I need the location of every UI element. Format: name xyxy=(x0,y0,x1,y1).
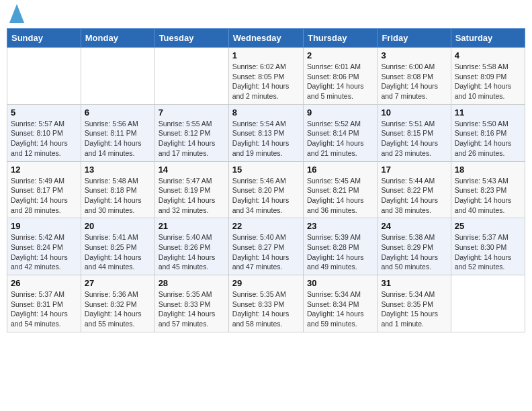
day-cell: 21Sunrise: 5:40 AM Sunset: 8:26 PM Dayli… xyxy=(154,218,228,275)
day-info: Sunrise: 5:37 AM Sunset: 8:31 PM Dayligh… xyxy=(11,289,77,329)
day-cell xyxy=(7,48,81,105)
day-number: 2 xyxy=(307,50,373,60)
day-cell: 23Sunrise: 5:39 AM Sunset: 8:28 PM Dayli… xyxy=(303,218,377,275)
day-info: Sunrise: 5:42 AM Sunset: 8:24 PM Dayligh… xyxy=(11,232,77,272)
day-number: 24 xyxy=(381,221,447,231)
day-number: 19 xyxy=(11,221,77,231)
day-cell: 1Sunrise: 6:02 AM Sunset: 8:05 PM Daylig… xyxy=(228,48,303,105)
day-info: Sunrise: 5:57 AM Sunset: 8:10 PM Dayligh… xyxy=(11,119,77,158)
day-cell xyxy=(154,48,228,105)
page-header xyxy=(7,7,525,24)
day-info: Sunrise: 5:51 AM Sunset: 8:15 PM Dayligh… xyxy=(381,119,447,158)
day-info: Sunrise: 5:46 AM Sunset: 8:20 PM Dayligh… xyxy=(232,176,300,216)
day-info: Sunrise: 5:41 AM Sunset: 8:25 PM Dayligh… xyxy=(85,232,151,272)
day-info: Sunrise: 5:44 AM Sunset: 8:22 PM Dayligh… xyxy=(381,176,447,216)
day-number: 4 xyxy=(455,50,521,60)
day-info: Sunrise: 5:37 AM Sunset: 8:30 PM Dayligh… xyxy=(455,232,521,272)
day-number: 14 xyxy=(159,165,225,175)
logo-icon xyxy=(9,4,24,24)
day-cell: 18Sunrise: 5:43 AM Sunset: 8:23 PM Dayli… xyxy=(451,161,525,218)
day-cell: 12Sunrise: 5:49 AM Sunset: 8:17 PM Dayli… xyxy=(7,161,81,218)
week-row-4: 19Sunrise: 5:42 AM Sunset: 8:24 PM Dayli… xyxy=(7,218,525,275)
day-info: Sunrise: 5:45 AM Sunset: 8:21 PM Dayligh… xyxy=(307,176,373,216)
day-info: Sunrise: 5:56 AM Sunset: 8:11 PM Dayligh… xyxy=(85,119,151,158)
week-row-1: 1Sunrise: 6:02 AM Sunset: 8:05 PM Daylig… xyxy=(7,48,525,105)
day-cell: 10Sunrise: 5:51 AM Sunset: 8:15 PM Dayli… xyxy=(378,104,451,161)
day-number: 8 xyxy=(232,107,300,118)
weekday-header-wednesday: Wednesday xyxy=(228,29,303,48)
day-number: 9 xyxy=(307,107,373,118)
day-cell: 14Sunrise: 5:47 AM Sunset: 8:19 PM Dayli… xyxy=(154,161,228,218)
day-number: 26 xyxy=(11,278,77,288)
day-info: Sunrise: 5:40 AM Sunset: 8:26 PM Dayligh… xyxy=(159,232,225,272)
day-info: Sunrise: 5:55 AM Sunset: 8:12 PM Dayligh… xyxy=(159,119,225,158)
day-cell: 28Sunrise: 5:35 AM Sunset: 8:33 PM Dayli… xyxy=(154,275,228,332)
day-cell: 2Sunrise: 6:01 AM Sunset: 8:06 PM Daylig… xyxy=(303,48,377,105)
day-cell: 3Sunrise: 6:00 AM Sunset: 8:08 PM Daylig… xyxy=(378,48,451,105)
day-number: 7 xyxy=(159,107,225,118)
day-info: Sunrise: 5:35 AM Sunset: 8:33 PM Dayligh… xyxy=(232,289,300,329)
day-number: 17 xyxy=(381,165,447,175)
day-number: 18 xyxy=(455,165,521,175)
day-cell: 8Sunrise: 5:54 AM Sunset: 8:13 PM Daylig… xyxy=(228,104,303,161)
day-cell: 7Sunrise: 5:55 AM Sunset: 8:12 PM Daylig… xyxy=(154,104,228,161)
logo xyxy=(7,7,24,24)
day-number: 3 xyxy=(381,50,447,60)
weekday-header-row: SundayMondayTuesdayWednesdayThursdayFrid… xyxy=(7,29,525,48)
calendar-table: SundayMondayTuesdayWednesdayThursdayFrid… xyxy=(7,28,525,332)
day-cell xyxy=(81,48,154,105)
day-number: 28 xyxy=(159,278,225,288)
weekday-header-sunday: Sunday xyxy=(7,29,81,48)
day-info: Sunrise: 6:02 AM Sunset: 8:05 PM Dayligh… xyxy=(232,62,300,101)
day-number: 15 xyxy=(232,165,300,175)
day-cell: 31Sunrise: 5:34 AM Sunset: 8:35 PM Dayli… xyxy=(378,275,451,332)
weekday-header-monday: Monday xyxy=(81,29,154,48)
day-cell: 16Sunrise: 5:45 AM Sunset: 8:21 PM Dayli… xyxy=(303,161,377,218)
svg-marker-0 xyxy=(9,4,24,23)
day-cell xyxy=(451,275,525,332)
day-info: Sunrise: 5:38 AM Sunset: 8:29 PM Dayligh… xyxy=(381,232,447,272)
day-info: Sunrise: 5:50 AM Sunset: 8:16 PM Dayligh… xyxy=(455,119,521,158)
day-cell: 26Sunrise: 5:37 AM Sunset: 8:31 PM Dayli… xyxy=(7,275,81,332)
day-cell: 20Sunrise: 5:41 AM Sunset: 8:25 PM Dayli… xyxy=(81,218,154,275)
day-number: 22 xyxy=(232,221,300,231)
day-cell: 29Sunrise: 5:35 AM Sunset: 8:33 PM Dayli… xyxy=(228,275,303,332)
day-info: Sunrise: 5:48 AM Sunset: 8:18 PM Dayligh… xyxy=(85,176,151,216)
day-number: 30 xyxy=(307,278,373,288)
weekday-header-thursday: Thursday xyxy=(303,29,377,48)
day-cell: 19Sunrise: 5:42 AM Sunset: 8:24 PM Dayli… xyxy=(7,218,81,275)
day-cell: 24Sunrise: 5:38 AM Sunset: 8:29 PM Dayli… xyxy=(378,218,451,275)
day-info: Sunrise: 5:52 AM Sunset: 8:14 PM Dayligh… xyxy=(307,119,373,158)
day-info: Sunrise: 6:01 AM Sunset: 8:06 PM Dayligh… xyxy=(307,62,373,101)
day-info: Sunrise: 5:34 AM Sunset: 8:35 PM Dayligh… xyxy=(381,289,447,329)
day-number: 13 xyxy=(85,165,151,175)
day-info: Sunrise: 5:39 AM Sunset: 8:28 PM Dayligh… xyxy=(307,232,373,272)
day-info: Sunrise: 5:58 AM Sunset: 8:09 PM Dayligh… xyxy=(455,62,521,101)
week-row-5: 26Sunrise: 5:37 AM Sunset: 8:31 PM Dayli… xyxy=(7,275,525,332)
day-cell: 9Sunrise: 5:52 AM Sunset: 8:14 PM Daylig… xyxy=(303,104,377,161)
day-info: Sunrise: 5:47 AM Sunset: 8:19 PM Dayligh… xyxy=(159,176,225,216)
day-cell: 17Sunrise: 5:44 AM Sunset: 8:22 PM Dayli… xyxy=(378,161,451,218)
day-cell: 6Sunrise: 5:56 AM Sunset: 8:11 PM Daylig… xyxy=(81,104,154,161)
day-info: Sunrise: 5:35 AM Sunset: 8:33 PM Dayligh… xyxy=(159,289,225,329)
day-number: 20 xyxy=(85,221,151,231)
day-cell: 25Sunrise: 5:37 AM Sunset: 8:30 PM Dayli… xyxy=(451,218,525,275)
weekday-header-saturday: Saturday xyxy=(451,29,525,48)
day-info: Sunrise: 6:00 AM Sunset: 8:08 PM Dayligh… xyxy=(381,62,447,101)
day-number: 11 xyxy=(455,107,521,118)
day-number: 12 xyxy=(11,165,77,175)
day-info: Sunrise: 5:54 AM Sunset: 8:13 PM Dayligh… xyxy=(232,119,300,158)
day-cell: 27Sunrise: 5:36 AM Sunset: 8:32 PM Dayli… xyxy=(81,275,154,332)
day-info: Sunrise: 5:36 AM Sunset: 8:32 PM Dayligh… xyxy=(85,289,151,329)
day-number: 16 xyxy=(307,165,373,175)
day-number: 25 xyxy=(455,221,521,231)
day-info: Sunrise: 5:34 AM Sunset: 8:34 PM Dayligh… xyxy=(307,289,373,329)
day-cell: 11Sunrise: 5:50 AM Sunset: 8:16 PM Dayli… xyxy=(451,104,525,161)
day-number: 31 xyxy=(381,278,447,288)
day-cell: 22Sunrise: 5:40 AM Sunset: 8:27 PM Dayli… xyxy=(228,218,303,275)
day-cell: 5Sunrise: 5:57 AM Sunset: 8:10 PM Daylig… xyxy=(7,104,81,161)
week-row-3: 12Sunrise: 5:49 AM Sunset: 8:17 PM Dayli… xyxy=(7,161,525,218)
day-cell: 15Sunrise: 5:46 AM Sunset: 8:20 PM Dayli… xyxy=(228,161,303,218)
day-number: 21 xyxy=(159,221,225,231)
day-number: 29 xyxy=(232,278,300,288)
